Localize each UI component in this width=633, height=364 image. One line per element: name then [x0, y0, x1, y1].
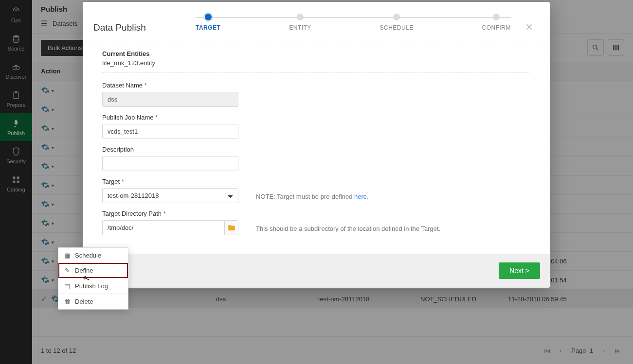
- job-name-label: Publish Job Name *: [102, 114, 238, 121]
- current-entities-value: file_rmk_123.entity: [102, 59, 530, 67]
- menu-delete[interactable]: 🗑Delete: [58, 294, 128, 309]
- browse-folder-button[interactable]: [224, 220, 238, 235]
- pencil-icon: ✎: [63, 267, 71, 274]
- trash-icon: 🗑: [63, 298, 71, 305]
- path-label: Target Directory Path *: [102, 210, 238, 217]
- modal-title: Data Publish: [93, 22, 181, 33]
- target-path-input[interactable]: [102, 220, 224, 235]
- target-note-link[interactable]: here: [354, 193, 367, 200]
- menu-define[interactable]: ✎Define: [58, 263, 128, 278]
- path-help: This should be a subdirectory of the loc…: [256, 225, 440, 235]
- description-input[interactable]: [102, 156, 238, 171]
- list-icon: ▤: [63, 282, 71, 290]
- dataset-name-label: Dataset Name *: [102, 82, 238, 89]
- target-label: Target *: [102, 178, 238, 185]
- data-publish-modal: Data Publish TARGET ENTITY SCHEDULE CONF…: [83, 2, 550, 288]
- step-confirm[interactable]: CONFIRM: [482, 14, 511, 31]
- target-note: NOTE: Target must be pre-defined here.: [256, 193, 369, 203]
- menu-schedule[interactable]: ▦Schedule: [58, 248, 128, 263]
- step-schedule[interactable]: SCHEDULE: [380, 14, 413, 31]
- menu-publish-log[interactable]: ▤Publish Log: [58, 278, 128, 294]
- description-label: Description: [102, 146, 238, 153]
- dataset-name-input: [102, 92, 238, 107]
- calendar-icon: ▦: [63, 252, 71, 259]
- step-entity[interactable]: ENTITY: [289, 14, 311, 31]
- next-button[interactable]: Next >: [499, 262, 540, 279]
- stepper: TARGET ENTITY SCHEDULE CONFIRM: [196, 12, 511, 31]
- target-select[interactable]: test-om-28112018: [102, 188, 238, 203]
- close-icon[interactable]: ×: [525, 20, 539, 34]
- job-name-input[interactable]: [102, 124, 238, 139]
- step-target[interactable]: TARGET: [196, 14, 220, 31]
- current-entities-label: Current Entities: [102, 50, 530, 57]
- row-action-menu: ▦Schedule ✎Define ▤Publish Log 🗑Delete: [58, 247, 128, 310]
